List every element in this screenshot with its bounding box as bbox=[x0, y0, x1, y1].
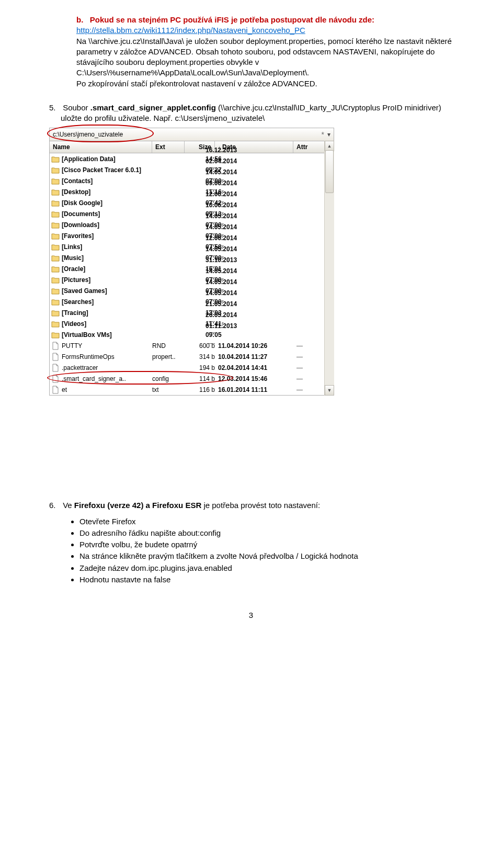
row-date: 01.11.2013 09:05 bbox=[206, 322, 237, 338]
table-row[interactable]: PUTTYRND600 b11.04.2014 10:26— bbox=[50, 340, 334, 351]
item-b-label: b. bbox=[76, 15, 83, 24]
folder-icon bbox=[51, 155, 60, 163]
p5-pre: Soubor bbox=[63, 103, 88, 112]
section-5: 5. Soubor .smart_card_signer_applet.conf… bbox=[49, 103, 453, 124]
list-item: Potvrďte volbu, že budete opatrný bbox=[79, 539, 453, 550]
row-name: [Pictures] bbox=[62, 276, 152, 284]
num-6: 6. bbox=[49, 500, 61, 511]
row-name: [Disk Google] bbox=[62, 199, 152, 207]
section-6-bullets: Otevřete FirefoxDo adresního řádku napiš… bbox=[49, 516, 453, 585]
row-size: 194 b bbox=[185, 364, 218, 372]
row-name: [Application Data] bbox=[62, 155, 152, 163]
row-name: FormsRuntimeOps bbox=[62, 353, 152, 361]
row-ext: propert.. bbox=[152, 353, 185, 361]
row-name: .packettracer bbox=[62, 364, 152, 372]
table-row[interactable]: .packettracer194 b02.04.2014 14:41— bbox=[50, 362, 334, 373]
folder-icon bbox=[51, 199, 60, 207]
row-name: [Favorites] bbox=[62, 232, 152, 240]
path-bar[interactable]: c:\Users\jmeno_uzivatele * ▾ bbox=[49, 128, 334, 141]
row-name: PUTTY bbox=[62, 342, 152, 350]
row-size: 600 b bbox=[185, 342, 218, 350]
table-row[interactable]: ettxt116 b16.01.2014 11:11— bbox=[50, 384, 334, 395]
row-name: [Contacts] bbox=[62, 177, 152, 185]
row-name: [Cisco Packet Tracer 6.0.1] bbox=[62, 166, 152, 174]
scrollbar[interactable]: ▲ ▼ bbox=[324, 141, 334, 396]
row-date: 02.04.2014 14:41 bbox=[218, 364, 296, 372]
row-name: [Downloads] bbox=[62, 221, 152, 229]
folder-icon bbox=[51, 331, 60, 339]
folder-icon bbox=[51, 188, 60, 196]
file-icon bbox=[51, 375, 60, 383]
scroll-thumb[interactable] bbox=[325, 150, 334, 193]
item-b-body: Na \\archive.jcu.cz\Install\Java\ je ulo… bbox=[76, 36, 453, 89]
row-name: [Oracle] bbox=[62, 265, 152, 273]
row-name: [Desktop] bbox=[62, 188, 152, 196]
scroll-down-icon[interactable]: ▼ bbox=[325, 385, 334, 396]
row-date: 16.01.2014 11:11 bbox=[218, 386, 296, 394]
num-5: 5. bbox=[49, 103, 61, 113]
row-size: 116 b bbox=[185, 386, 218, 394]
list-item: Hodnotu nastavte na false bbox=[79, 574, 453, 585]
row-name: et bbox=[62, 386, 152, 394]
folder-icon bbox=[51, 265, 60, 273]
page-number: 3 bbox=[49, 610, 453, 621]
row-name: [Documents] bbox=[62, 210, 152, 218]
row-date: 10.04.2014 11:27 bbox=[218, 353, 296, 361]
table-row[interactable]: .smart_card_signer_a..config114 b12.03.2… bbox=[50, 373, 334, 384]
row-ext: txt bbox=[152, 386, 185, 394]
folder-icon bbox=[51, 309, 60, 317]
row-name: [Searches] bbox=[62, 298, 152, 306]
folder-icon bbox=[51, 276, 60, 284]
file-rows: [Application Data]16.12.2013 14:56—[Cisc… bbox=[49, 153, 334, 396]
list-item: Otevřete Firefox bbox=[79, 516, 453, 527]
file-icon bbox=[51, 342, 60, 350]
row-date: 12.03.2014 15:46 bbox=[218, 375, 296, 383]
path-text: c:\Users\jmeno_uzivatele bbox=[53, 130, 123, 139]
table-row[interactable]: [VirtualBox VMs]01.11.2013 09:05— bbox=[50, 329, 334, 340]
row-ext: config bbox=[152, 375, 185, 383]
p6-pre: Ve bbox=[63, 501, 74, 510]
folder-icon bbox=[51, 166, 60, 174]
folder-icon bbox=[51, 221, 60, 229]
file-icon bbox=[51, 386, 60, 394]
row-name: [Music] bbox=[62, 254, 152, 262]
folder-icon bbox=[51, 320, 60, 328]
row-size: 114 b bbox=[185, 375, 218, 383]
row-name: [Videos] bbox=[62, 320, 152, 328]
folder-icon bbox=[51, 232, 60, 240]
row-name: [Tracing] bbox=[62, 309, 152, 317]
list-item: Zadejte název dom.ipc.plugins.java.enabl… bbox=[79, 563, 453, 573]
folder-icon bbox=[51, 298, 60, 306]
folder-icon bbox=[51, 210, 60, 218]
folder-icon bbox=[51, 243, 60, 251]
list-item: Do adresního řádku napište about:config bbox=[79, 528, 453, 538]
section-6: 6. Ve Firefoxu (verze 42) a Firefoxu ESR… bbox=[49, 500, 453, 511]
list-item: Na stránce klikněte pravým tlačítkem a z… bbox=[79, 551, 453, 561]
row-date: 11.04.2014 10:26 bbox=[218, 342, 296, 350]
row-name: [Saved Games] bbox=[62, 287, 152, 295]
path-star-icon: * bbox=[322, 130, 324, 140]
item-b-line1: Pokud se na stejném PC používá iFIS je p… bbox=[90, 15, 374, 24]
item-b-link[interactable]: http://stella.bbm.cz/wiki1112/index.php/… bbox=[76, 26, 305, 35]
row-name: [Links] bbox=[62, 243, 152, 251]
section-b: b. Pokud se na stejném PC používá iFIS j… bbox=[49, 15, 453, 89]
file-icon bbox=[51, 353, 60, 361]
p6-post: je potřeba provést toto nastavení: bbox=[201, 501, 320, 510]
folder-icon bbox=[51, 177, 60, 185]
scroll-track[interactable] bbox=[325, 150, 334, 386]
p6-bold: Firefoxu (verze 42) a Firefoxu ESR bbox=[74, 501, 201, 510]
p5-bold: .smart_card_signer_applet.config bbox=[90, 103, 216, 112]
col-name[interactable]: Name bbox=[50, 141, 152, 153]
row-size: 314 b bbox=[185, 353, 218, 361]
folder-icon bbox=[51, 287, 60, 295]
path-dropdown-icon[interactable]: ▾ bbox=[327, 130, 330, 139]
row-name: [VirtualBox VMs] bbox=[62, 331, 152, 339]
folder-icon bbox=[51, 254, 60, 262]
row-name: .smart_card_signer_a.. bbox=[62, 375, 152, 383]
scroll-up-icon[interactable]: ▲ bbox=[325, 141, 334, 151]
row-ext: RND bbox=[152, 342, 185, 350]
table-row[interactable]: FormsRuntimeOpspropert..314 b10.04.2014 … bbox=[50, 351, 334, 362]
file-icon bbox=[51, 364, 60, 372]
col-ext[interactable]: Ext bbox=[152, 141, 185, 153]
file-manager-screenshot: c:\Users\jmeno_uzivatele * ▾ Name Ext Si… bbox=[49, 128, 453, 396]
